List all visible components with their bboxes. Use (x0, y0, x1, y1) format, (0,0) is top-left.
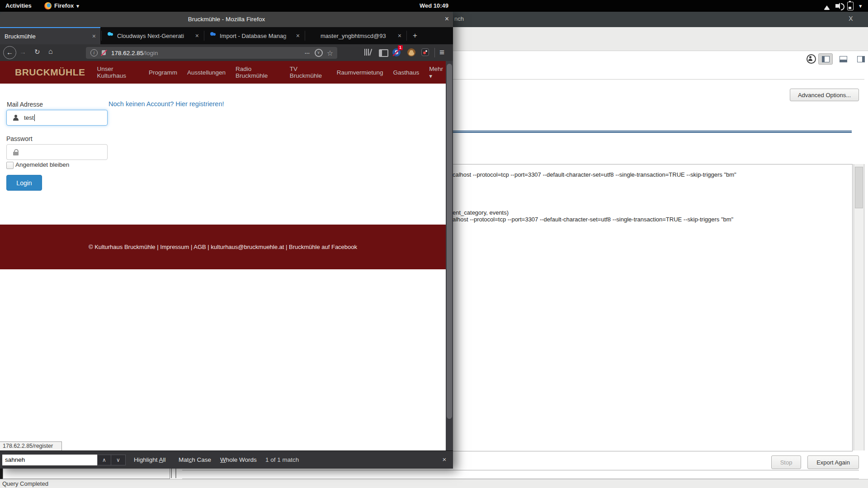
panel-bottom-icon (840, 56, 847, 62)
home-button[interactable]: ⌂ (48, 47, 53, 56)
text-cursor (34, 114, 35, 121)
chevron-down-icon: ▾ (76, 0, 79, 12)
cloudways-favicon (107, 32, 114, 39)
chevron-down-icon: ▾ (859, 0, 862, 12)
new-tab-button[interactable]: + (409, 30, 421, 41)
mail-input-value: test (24, 114, 34, 121)
sidebar-icon[interactable] (379, 49, 388, 57)
tab-label: Import - Database Manag (220, 33, 294, 39)
toggle-left-panel-button[interactable] (818, 53, 833, 65)
tab-close-icon[interactable]: × (193, 32, 201, 39)
advanced-options-button[interactable]: Advanced Options... (790, 89, 859, 101)
nav-gasthaus[interactable]: Gasthaus (393, 69, 420, 76)
url-host: 178.62.2.85 (111, 50, 143, 56)
site-nav-links: Unser Kulturhaus Programm Ausstellungen … (97, 66, 446, 80)
toggle-right-panel-button[interactable] (854, 53, 868, 65)
clock[interactable]: Wed 10:49 (409, 0, 459, 12)
tab-close-icon[interactable]: × (396, 32, 403, 39)
stop-button[interactable]: Stop (771, 455, 801, 469)
log-line: alhost --protocol=tcp --port=3307 --defa… (453, 216, 853, 223)
mail-input[interactable]: test (6, 110, 108, 126)
url-path: /login (143, 50, 158, 56)
tab-divider (204, 31, 204, 41)
page-scrollbar-thumb[interactable] (447, 64, 452, 419)
recorder-extension-icon[interactable] (421, 48, 429, 56)
back-button[interactable]: ← (3, 46, 16, 59)
lock-icon (13, 149, 19, 155)
panel-left-icon (822, 56, 830, 62)
url-bar[interactable]: i 178.62.2.85/login ••• ∨ ☆ (86, 47, 337, 59)
volume-icon (835, 4, 838, 8)
bottom-right-panel (182, 470, 859, 479)
reload-button[interactable]: ↻ (34, 48, 40, 56)
window-close-button[interactable]: × (441, 12, 453, 27)
menu-hamburger-icon[interactable]: ≡ (439, 47, 444, 58)
spiral-favicon (310, 32, 317, 39)
url-text[interactable]: 178.62.2.85/login (111, 50, 305, 56)
firefox-icon (44, 2, 52, 9)
panel-splitter[interactable] (175, 469, 176, 478)
tab-bruckmuehle[interactable]: Bruckmühle × (0, 27, 100, 44)
pocket-icon[interactable]: ∨ (315, 49, 323, 57)
nav-mehr[interactable]: Mehr ▾ (429, 66, 446, 80)
panel-toggle-group (818, 53, 868, 65)
register-link[interactable]: Noch keinen Account? Hier registrieren! (108, 100, 224, 108)
monkey-extension-icon[interactable] (407, 48, 415, 56)
mail-label: Mail Adresse (7, 101, 43, 108)
permissions-blocked-icon[interactable] (101, 50, 107, 56)
nav-tv-bruckmuehle[interactable]: TV Bruckmühle (290, 66, 327, 79)
find-result-count: 1 of 1 match (265, 451, 299, 469)
footer-text: © Kulturhaus Bruckmühle | Impressum | AG… (89, 244, 357, 250)
page-scrollbar[interactable] (446, 61, 453, 450)
tab-divider (305, 31, 305, 41)
system-tray[interactable]: ▾ (824, 0, 862, 12)
tab-database-import[interactable]: Import - Database Manag × (205, 27, 304, 44)
toolbar-separator (434, 48, 435, 57)
site-logo[interactable]: BRUCKMÜHLE (15, 67, 85, 78)
workbench-title-text: nch (454, 15, 464, 22)
match-case-button[interactable]: Match Case (179, 451, 211, 469)
cloud-favicon (209, 32, 217, 39)
activities-button[interactable]: Activities (5, 0, 32, 12)
panel-splitter[interactable] (171, 469, 172, 478)
nav-unser-kulturhaus[interactable]: Unser Kulturhaus (97, 66, 139, 79)
remember-checkbox[interactable] (6, 162, 14, 169)
tab-divider (406, 31, 407, 41)
firefox-app-menu[interactable]: Firefox ▾ (44, 0, 79, 12)
tab-cloudways[interactable]: Cloudways Next-Generati × (103, 27, 203, 44)
page-actions-icon[interactable]: ••• (305, 51, 310, 55)
highlight-all-button[interactable]: Highlight All (134, 451, 166, 469)
remember-label: Angemeldet bleiben (15, 161, 69, 168)
nav-raumvermietung[interactable]: Raumvermietung (337, 69, 383, 76)
whole-words-button[interactable]: Whole Words (220, 451, 257, 469)
find-next-button[interactable]: ∨ (111, 455, 126, 465)
site-info-icon[interactable]: i (90, 49, 98, 56)
library-icon[interactable] (364, 49, 373, 56)
nav-programm[interactable]: Programm (149, 69, 177, 76)
password-input[interactable] (6, 144, 108, 160)
user-icon[interactable] (807, 54, 816, 64)
navigation-toolbar: ← → ↻ ⌂ i 178.62.2.85/login ••• ∨ ☆ S 1 … (0, 44, 453, 61)
firefox-window-title: Bruckmühle - Mozilla Firefox (0, 12, 453, 27)
nav-ausstellungen[interactable]: Ausstellungen (187, 69, 226, 76)
log-scrollbar[interactable] (854, 164, 864, 450)
toggle-bottom-panel-button[interactable] (836, 53, 850, 65)
battery-icon (847, 2, 854, 10)
tab-close-icon[interactable]: × (294, 32, 302, 39)
panel-right-icon (857, 56, 865, 62)
tab-label: master_yngbhtmscd@93 (321, 33, 396, 39)
tab-close-icon[interactable]: × (90, 33, 98, 40)
find-close-icon[interactable]: × (439, 451, 450, 469)
workbench-close-button[interactable]: X (846, 15, 855, 22)
find-previous-button[interactable]: ∧ (97, 455, 111, 465)
nav-radio-bruckmuehle[interactable]: Radio Bruckmühle (236, 66, 280, 79)
login-button[interactable]: Login (6, 175, 42, 191)
bookmark-star-icon[interactable]: ☆ (327, 49, 333, 57)
tab-master-db[interactable]: master_yngbhtmscd@93 × (306, 27, 406, 44)
person-icon (13, 115, 19, 121)
find-input[interactable]: sahneh (2, 455, 97, 465)
export-again-button[interactable]: Export Again (807, 455, 859, 469)
password-label: Passwort (6, 135, 33, 142)
forward-button[interactable]: → (19, 48, 26, 56)
log-scrollbar-thumb[interactable] (855, 167, 863, 208)
